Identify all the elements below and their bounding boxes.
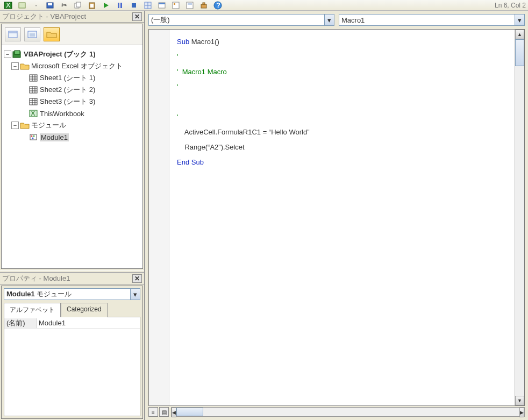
object-combo[interactable]: (一般) ▾: [148, 14, 334, 26]
svg-rect-17: [159, 3, 165, 4]
svg-rect-18: [173, 2, 179, 9]
toolbar-stop-icon[interactable]: [128, 1, 140, 10]
svg-rect-20: [187, 2, 193, 9]
svg-rect-6: [76, 2, 81, 7]
svg-rect-37: [30, 87, 37, 93]
scroll-track[interactable]: [515, 39, 524, 396]
dropdown-icon[interactable]: ▾: [130, 289, 140, 300]
svg-rect-8: [90, 4, 94, 8]
code-pane-selectors: (一般) ▾ Macro1 ▾: [145, 11, 528, 29]
svg-rect-12: [132, 3, 136, 8]
toolbar-objbrowser-icon[interactable]: [184, 1, 196, 10]
tree-folder-objects[interactable]: − Microsoft Excel オブジェクト: [4, 60, 140, 72]
svg-rect-2: [19, 3, 25, 8]
project-explorer: − VBAProject (ブック 1) − Microsoft Excel オ…: [1, 24, 143, 269]
svg-text:X: X: [6, 2, 11, 9]
property-row[interactable]: (名前) Module1: [4, 317, 140, 329]
toolbar-copy-icon[interactable]: [72, 1, 84, 10]
dropdown-icon[interactable]: ▾: [515, 15, 524, 25]
tree-item-label: Sheet3 (シート 3): [40, 97, 95, 106]
tree-item-label: Sheet1 (シート 1): [40, 73, 95, 83]
svg-text:X: X: [31, 110, 35, 117]
combo-text: Macro1: [339, 16, 515, 24]
project-explorer-toolbar: [2, 24, 142, 45]
folder-icon: [20, 62, 30, 70]
project-tree[interactable]: − VBAProject (ブック 1) − Microsoft Excel オ…: [2, 45, 142, 268]
collapse-icon[interactable]: −: [4, 51, 11, 58]
tree-thisworkbook[interactable]: X ThisWorkbook: [4, 108, 140, 119]
toggle-folders-button[interactable]: [44, 27, 60, 41]
project-explorer-title: プロジェクト - VBAProject: [2, 12, 132, 22]
scroll-left-icon[interactable]: ◀: [172, 408, 176, 417]
view-object-button[interactable]: [24, 27, 40, 41]
scroll-up-icon[interactable]: ▲: [515, 30, 524, 39]
vertical-scrollbar[interactable]: ▲ ▼: [515, 30, 524, 405]
svg-point-51: [33, 136, 35, 137]
margin-indicator: [149, 30, 169, 405]
svg-text:?: ?: [216, 1, 220, 9]
tree-item-label: Sheet2 (シート 2): [40, 85, 95, 95]
workbook-icon: X: [28, 109, 38, 118]
collapse-icon[interactable]: −: [11, 62, 19, 70]
tree-module1[interactable]: Module1: [4, 131, 140, 143]
svg-rect-21: [188, 3, 192, 5]
toolbar-toolbox-icon[interactable]: [198, 1, 210, 10]
full-module-view-button[interactable]: ▤: [159, 407, 169, 417]
toolbar-help-icon[interactable]: ?: [212, 1, 224, 10]
toolbar-save-icon[interactable]: [44, 1, 56, 10]
combo-text: (一般): [149, 15, 324, 25]
tree-item-label: ThisWorkbook: [40, 110, 84, 118]
scroll-thumb[interactable]: [176, 408, 203, 416]
toolbar-cut-icon[interactable]: ✂: [58, 1, 70, 10]
properties-grid[interactable]: (名前) Module1: [4, 317, 140, 416]
svg-rect-42: [30, 98, 37, 105]
horizontal-scrollbar[interactable]: ◀ ▶: [171, 407, 525, 417]
tab-alphabetic[interactable]: アルファベット: [4, 303, 61, 317]
tree-root[interactable]: − VBAProject (ブック 1): [4, 48, 140, 60]
svg-rect-10: [118, 3, 119, 8]
toolbar-prop-icon[interactable]: [170, 1, 182, 10]
svg-point-50: [31, 136, 33, 137]
project-explorer-close-icon[interactable]: ✕: [132, 12, 142, 21]
scroll-right-icon[interactable]: ▶: [519, 408, 524, 417]
tree-folder-label: モジュール: [31, 120, 66, 130]
toolbar-sep: ·: [30, 1, 42, 10]
property-value[interactable]: Module1: [37, 319, 140, 327]
scroll-thumb[interactable]: [515, 39, 524, 66]
collapse-icon[interactable]: −: [11, 122, 19, 129]
scroll-down-icon[interactable]: ▼: [515, 396, 524, 405]
dropdown-icon[interactable]: ▾: [324, 15, 334, 25]
worksheet-icon: [28, 97, 38, 106]
tab-categorized[interactable]: Categorized: [61, 303, 108, 317]
folder-icon: [20, 121, 30, 130]
tree-sheet2[interactable]: Sheet2 (シート 2): [4, 84, 140, 96]
tree-sheet3[interactable]: Sheet3 (シート 3): [4, 96, 140, 108]
procedure-view-button[interactable]: ≡: [148, 407, 158, 417]
tree-sheet1[interactable]: Sheet1 (シート 1): [4, 72, 140, 84]
view-code-button[interactable]: [5, 27, 21, 41]
code-editor[interactable]: Sub Macro1() ' ' Macro1 Macro ' ' Active…: [169, 30, 515, 405]
tree-folder-modules[interactable]: − モジュール: [4, 119, 140, 131]
svg-rect-49: [30, 134, 37, 140]
toolbar-proj-icon[interactable]: [156, 1, 168, 10]
properties-header: プロパティ - Module1 ✕: [0, 273, 144, 284]
code-bottom-bar: ≡ ▤ ◀ ▶: [148, 406, 525, 418]
svg-rect-22: [201, 4, 206, 8]
toolbar-excel-icon[interactable]: X: [2, 1, 14, 10]
procedure-combo[interactable]: Macro1 ▾: [339, 14, 525, 26]
properties-object-combo[interactable]: Module1 モジュール ▾: [4, 288, 140, 300]
code-pane: Sub Macro1() ' ' Macro1 Macro ' ' Active…: [148, 29, 525, 406]
toolbar-btn-2[interactable]: [16, 1, 28, 10]
main-toolbar: X · ✂ ? Ln 6, Col 2: [0, 0, 528, 11]
toolbar-paste-icon[interactable]: [86, 1, 98, 10]
toolbar-pause-icon[interactable]: [114, 1, 126, 10]
svg-rect-4: [48, 3, 52, 5]
scroll-track[interactable]: [176, 408, 519, 416]
toolbar-design-icon[interactable]: [142, 1, 154, 10]
properties-close-icon[interactable]: ✕: [132, 274, 142, 283]
tree-item-label: Module1: [40, 133, 69, 141]
svg-marker-9: [104, 3, 109, 8]
module-icon: [28, 133, 38, 141]
toolbar-run-icon[interactable]: [100, 1, 112, 10]
svg-point-52: [32, 138, 34, 139]
